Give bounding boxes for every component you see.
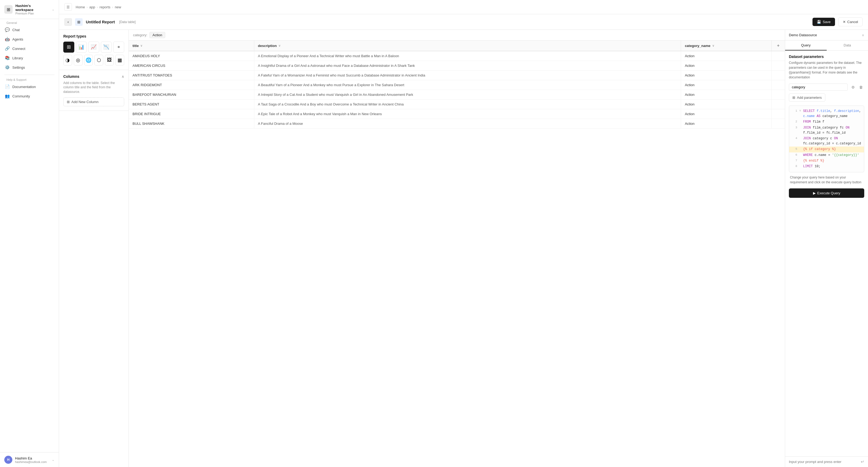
help-section-label: Help & Support [2,74,31,83]
columns-toggle-icon[interactable]: ∧ [122,74,124,79]
user-info: Hashim Ea hashimea@outlook.com [15,456,47,464]
report-type-line-btn[interactable]: 📈 [88,41,99,53]
cell-extra-6 [771,109,785,119]
add-param-button[interactable]: ⊞ Add parameters [789,93,825,102]
col-header-add[interactable]: + [771,40,785,51]
report-title: Untitled Report [86,20,115,24]
code-line-6: 6 WHERE c.name = '{{category}}' [789,152,864,158]
cell-description-3: A Beautiful Yarn of a Pioneer And a Monk… [254,80,681,90]
line-num-7: 7 [792,158,797,163]
save-label: Save [823,20,831,24]
col-header-category[interactable]: category_name ∨ [681,40,772,51]
breadcrumb-app[interactable]: app [89,5,95,9]
code-editor[interactable]: 1∨SELECT f.title, f.description, c.name … [789,106,864,172]
line-content-2: FROM film f [803,119,824,124]
sidebar-item-connect[interactable]: 🔗 Connect [2,44,57,53]
line-toggle-1: ∨ [799,109,803,113]
report-type-hexbin-btn[interactable]: ⬡ [94,55,103,65]
breadcrumb-reports[interactable]: reports [99,5,110,9]
user-profile[interactable]: H Hashim Ea hashimea@outlook.com ⌄ [0,452,59,467]
cell-description-1: A Insightful Drama of a Girl And a Astro… [254,61,681,70]
settings-icon: ⚙️ [5,65,10,70]
cell-description-7: A Fanciful Drama of a Moose [254,119,681,128]
avatar: H [4,456,12,464]
prompt-input[interactable] [789,460,859,464]
cell-title-6: BRIDE INTRIGUE [129,109,254,119]
add-column-button[interactable]: ⊞ Add New Column [63,97,124,106]
send-icon[interactable]: ↵ [861,459,864,464]
cell-description-0: A Emotional Display of a Pioneer And a T… [254,51,681,61]
tab-query[interactable]: Query [785,40,827,51]
col-title-label: title [132,44,139,48]
col-header-description[interactable]: description ∨ [254,40,681,51]
line-num-4: 4 [792,136,797,141]
report-type-pie-btn[interactable]: ◑ [63,55,72,65]
sidebar-item-agents[interactable]: 🤖 Agents [2,35,57,44]
sidebar-toggle-button[interactable]: ☰ [64,3,72,11]
line-content-4: JOIN category c ON fc.category_id = c.ca… [803,136,861,146]
data-table: title ∨ description ∨ [129,40,785,128]
col-description-label: description [258,44,277,48]
line-content-5: {% if category %} [803,147,836,152]
content-area: Report types ⊞ 📊 📈 📉 ⚬ ◑ ◎ 🌐 ⬡ 🖼 ▦ [59,30,868,467]
tab-data[interactable]: Data [827,40,868,51]
table-body: AMADEUS HOLY A Emotional Display of a Pi… [129,51,785,128]
cancel-button[interactable]: ✕ Cancel [838,18,863,26]
cell-title-2: ANTITRUST TOMATOES [129,70,254,80]
col-header-title[interactable]: title ∨ [129,40,254,51]
report-type-matrix-btn[interactable]: ▦ [115,55,124,65]
breadcrumb-new[interactable]: new [115,5,121,9]
datasource-selector[interactable]: Demo Datasource ∨ [785,30,868,40]
sidebar-item-community[interactable]: 👥 Community [2,91,57,100]
report-type-globe-btn[interactable]: 🌐 [84,55,93,65]
report-type-area-btn[interactable]: 📉 [101,41,112,53]
col-title-sort-icon: ∨ [140,44,143,48]
datasource-chevron-icon: ∨ [862,33,864,37]
add-column-label: Add New Column [71,100,98,104]
columns-title: Columns [63,74,80,79]
workspace-chevron-icon[interactable]: ⌄ [52,7,55,11]
cell-title-5: BERETS AGENT [129,99,254,109]
sidebar-item-library[interactable]: 📚 Library [2,53,57,62]
sidebar-item-settings[interactable]: ⚙️ Settings [2,63,57,72]
col-description-sort-icon: ∨ [278,44,281,48]
sidebar-item-documentation[interactable]: 📄 Documentation [2,82,57,91]
cell-extra-3 [771,80,785,90]
columns-description: Add columns to the table. Select the col… [63,81,124,94]
user-chevron-icon: ⌄ [52,458,55,462]
execute-query-button[interactable]: ▶ Execute Query [789,188,864,198]
cell-description-2: A Fateful Yarn of a Womanizer And a Femi… [254,70,681,80]
code-line-2: 2FROM film f [789,119,864,125]
cell-description-5: A Taut Saga of a Crocodile And a Boy who… [254,99,681,109]
sidebar-item-agents-label: Agents [12,37,23,41]
right-panel-content: Dataset parameters Configure dynamic par… [785,51,868,456]
save-button[interactable]: 💾 Save [812,18,835,26]
columns-header: Columns ∧ [63,74,124,79]
line-num-8: 8 [792,164,797,169]
table-row: BERETS AGENT A Taut Saga of a Crocodile … [129,99,785,109]
line-num-5: 5 [792,147,797,152]
line-content-3: JOIN film_category fc ON f.film_id = fc.… [803,125,861,136]
documentation-icon: 📄 [5,84,10,89]
cell-extra-2 [771,70,785,80]
add-column-icon: ⊞ [67,100,70,104]
sidebar-header[interactable]: ⊞ Hashim's workspace Premium Plan ⌄ [0,0,59,19]
add-column-header-icon[interactable]: + [775,43,781,48]
report-type-bar-btn[interactable]: 📊 [76,41,87,53]
param-settings-icon[interactable]: ⚙ [850,84,856,90]
cell-extra-0 [771,51,785,61]
param-delete-icon[interactable]: 🗑 [858,84,864,90]
columns-section: Columns ∧ Add columns to the table. Sele… [59,70,128,111]
report-type-scatter-btn[interactable]: ⚬ [113,41,124,53]
general-nav: 💬 Chat 🤖 Agents 🔗 Connect 📚 Library ⚙️ S… [0,25,59,72]
report-type-gauge-btn[interactable]: ◎ [74,55,83,65]
report-type-table-btn[interactable]: ⊞ [63,41,74,53]
report-type-image-btn[interactable]: 🖼 [105,55,114,65]
topbar: ☰ Home › app › reports › new [59,0,868,14]
back-button[interactable]: ‹ [64,18,72,26]
sidebar-item-chat[interactable]: 💬 Chat [2,25,57,34]
param-name-input[interactable] [789,84,848,91]
param-actions: ⚙ 🗑 [850,84,864,90]
cell-category-5: Action [681,99,772,109]
breadcrumb-home[interactable]: Home [75,5,85,9]
